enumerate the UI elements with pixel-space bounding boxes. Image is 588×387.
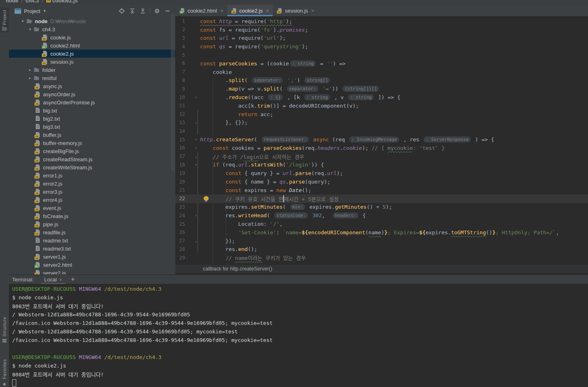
tree-item-asyncOrderPromise.js[interactable]: asyncOrderPromise.js — [9, 98, 175, 106]
code-line-21[interactable]: 21 const expires = new Date(); — [175, 186, 588, 195]
tree-item-error1.js[interactable]: error1.js — [9, 171, 175, 179]
collapse-all-icon[interactable] — [127, 7, 138, 15]
code-line-17[interactable]: 17▵ // 주소가 /login으로 시작하는 경우 — [175, 152, 588, 161]
code-line-6[interactable]: 6const parseCookies = (cookie: string = … — [175, 59, 588, 68]
code-line-22[interactable]: 22 // 쿠키 유효 시간을 현재시간 + 5분으로 설정 — [175, 195, 588, 203]
code-line-25[interactable]: 25 Location: '/', — [175, 220, 588, 228]
code-line-27[interactable]: 27▵ }); — [175, 237, 588, 245]
code-line-10[interactable]: 10▿ .reduce((acc : {} , [k : string , v … — [175, 93, 588, 102]
code-line-12[interactable]: 12 return acc; — [175, 110, 588, 119]
chevron-right-icon[interactable]: ▸ — [27, 68, 33, 72]
fold-marker-icon[interactable]: ▵ — [193, 120, 199, 125]
tree-item-big2.txt[interactable]: big2.txt — [9, 115, 175, 123]
tab-cookie2-js[interactable]: cookie2.js × — [227, 5, 273, 16]
code-editor[interactable]: 1const http = require('http');2const fs … — [175, 17, 588, 265]
tree-item-folder[interactable]: ▸folder — [9, 66, 175, 74]
fold-marker-icon[interactable]: ▿ — [193, 162, 199, 167]
tree-item-readme.txt[interactable]: readme.txt — [9, 236, 175, 244]
code-line-29[interactable]: 29 // name이라는 쿠키가 있는 경우 — [175, 253, 588, 262]
tree-item-cookie2.html[interactable]: cookie2.html — [9, 41, 175, 50]
tree-scrollbar[interactable] — [171, 13, 175, 171]
tree-item-createBigFile.js[interactable]: createBigFile.js — [9, 147, 175, 155]
tree-item-buffer-memory.js[interactable]: buffer-memory.js — [9, 139, 175, 147]
tree-item-async.js[interactable]: async.js — [9, 82, 175, 90]
code-line-16[interactable]: 16▿ const cookies = parseCookies(req.hea… — [175, 144, 588, 152]
project-panel-title[interactable]: Project — [24, 8, 40, 14]
tree-item-readme3.txt[interactable]: readme3.txt — [9, 244, 175, 253]
tree-item-fsCreate.js[interactable]: fsCreate.js — [9, 212, 175, 220]
fold-marker-icon[interactable]: ▿ — [193, 95, 199, 99]
code-line-26[interactable]: 26 'Set-Cookie': `name=${encodeURICompon… — [175, 228, 588, 237]
tree-item-error3.js[interactable]: error3.js — [9, 188, 175, 196]
breadcrumb-node[interactable]: node — [6, 0, 18, 4]
tree-item-buffer.js[interactable]: buffer.js — [9, 131, 175, 139]
terminal-line — [12, 344, 588, 353]
fold-marker-icon[interactable]: ▿ — [193, 137, 199, 142]
tab-close-icon[interactable]: × — [311, 8, 314, 13]
code-line-5[interactable]: 5 — [175, 51, 588, 59]
tree-item-createWriteStream.js[interactable]: createWriteStream.js — [9, 163, 175, 171]
code-line-20[interactable]: 20 const { name } = qs.parse(query); — [175, 177, 588, 186]
tree-item-cookie2.js[interactable]: cookie2.js — [9, 50, 175, 58]
tree-item-pipe.js[interactable]: pipe.js — [9, 220, 175, 228]
code-line-9[interactable]: 9 .map(v => v.split( separator: '=')) (s… — [175, 84, 588, 93]
terminal-tab-local[interactable]: Local × — [41, 277, 65, 284]
expand-all-icon[interactable] — [138, 7, 148, 15]
fold-marker-icon[interactable]: ▿ — [193, 213, 199, 218]
tree-item-session.js[interactable]: session.js — [9, 58, 175, 66]
code-line-13[interactable]: 13▵ }, {}); — [175, 119, 588, 127]
tab-close-icon[interactable]: × — [59, 277, 62, 283]
tree-item-createReadStream.js[interactable]: createReadStream.js — [9, 155, 175, 163]
code-line-1[interactable]: 1const http = require('http'); — [175, 17, 588, 26]
intention-bulb-icon[interactable] — [204, 196, 209, 200]
stripe-tab-structure[interactable]: Structure — [0, 317, 9, 343]
code-line-8[interactable]: 8 .split( separator: ';') string[] — [175, 76, 588, 85]
code-line-7[interactable]: 7 cookie — [175, 68, 588, 76]
tree-item-big.txt[interactable]: big.txt — [9, 106, 175, 115]
fold-marker-icon[interactable]: ▵ — [193, 154, 199, 159]
tree-item-asyncOrder.js[interactable]: asyncOrder.js — [9, 90, 175, 98]
tree-item-big3.txt[interactable]: big3.txt — [9, 123, 175, 131]
code-line-19[interactable]: 19 const { query } = url.parse(req.url); — [175, 169, 588, 177]
tree-item-server2.js[interactable]: server2.js — [9, 269, 175, 275]
code-line-4[interactable]: 4const qs = require('querystring'); — [175, 42, 588, 51]
settings-gear-icon[interactable] — [152, 7, 162, 15]
tree-item-restful[interactable]: ▸restful — [9, 74, 175, 82]
tree-item-cookie.js[interactable]: cookie.js — [9, 33, 175, 41]
stripe-tab-favorites[interactable]: Favorites ★ — [0, 359, 9, 387]
tree-item-node[interactable]: ▾nodeD:₩test₩node — [9, 17, 175, 25]
code-line-18[interactable]: 18▿ if (req.url.startsWith('/login')) { — [175, 161, 588, 169]
stripe-tab-project[interactable]: Project — [0, 7, 9, 32]
code-line-15[interactable]: 15▿http.createServer( requestListener: a… — [175, 135, 588, 144]
fold-marker-icon[interactable]: ▵ — [193, 239, 199, 243]
editor-context-line[interactable]: callback for http.createServer() — [175, 264, 588, 273]
fold-marker-icon[interactable]: ▿ — [193, 146, 199, 150]
tree-item-server2.html[interactable]: server2.html — [9, 261, 175, 269]
chevron-down-icon[interactable]: ▼ — [43, 9, 46, 13]
terminal-output[interactable]: USER@DESKTOP-RUCOU5S MINGW64 /d/test/nod… — [12, 285, 588, 387]
code-line-28[interactable]: 28 res.end(); — [175, 245, 588, 254]
code-line-14[interactable]: 14 — [175, 127, 588, 135]
tree-item-error2.js[interactable]: error2.js — [9, 179, 175, 188]
new-terminal-button[interactable]: + — [71, 276, 75, 284]
tab-cookie2-html[interactable]: cookie2.html × — [175, 5, 227, 16]
tab-close-icon[interactable]: × — [220, 8, 224, 13]
code-line-23[interactable]: 23 expires.setMinutes( min: expires.getM… — [175, 203, 588, 212]
tree-item-event.js[interactable]: event.js — [9, 204, 175, 212]
tab-session-js[interactable]: session.js × — [273, 5, 318, 16]
tree-item-error4.js[interactable]: error4.js — [9, 196, 175, 204]
tree-item-ch4.3[interactable]: ▾ch4.3 — [9, 25, 175, 33]
tab-close-icon[interactable]: × — [266, 8, 269, 13]
tree-item-readfile.js[interactable]: readfile.js — [9, 228, 175, 236]
breadcrumb-file[interactable]: cookie2.js — [52, 0, 78, 4]
breadcrumb-ch43[interactable]: ch4.3 — [26, 0, 39, 4]
chevron-down-icon[interactable]: ▾ — [19, 19, 26, 23]
chevron-down-icon[interactable]: ▾ — [27, 27, 33, 31]
locate-file-icon[interactable] — [116, 7, 127, 15]
chevron-right-icon[interactable]: ▸ — [27, 76, 33, 80]
code-line-2[interactable]: 2const fs = require('fs').promises; — [175, 26, 588, 34]
code-line-24[interactable]: 24▿ res.writeHead( statusCode: 302, head… — [175, 211, 588, 220]
code-line-11[interactable]: 11 acc[k.trim()] = decodeURIComponent(v)… — [175, 102, 588, 110]
code-line-3[interactable]: 3const url = require('url'); — [175, 34, 588, 43]
tree-item-server1.js[interactable]: server1.js — [9, 253, 175, 261]
